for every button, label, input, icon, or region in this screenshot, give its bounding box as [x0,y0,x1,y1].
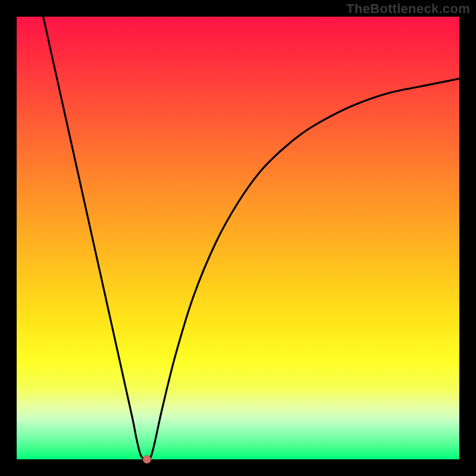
plot-area [17,17,459,459]
chart-frame: TheBottleneck.com [0,0,476,476]
bottleneck-curve [17,17,459,459]
optimum-marker [143,455,151,464]
watermark-text: TheBottleneck.com [346,1,470,17]
